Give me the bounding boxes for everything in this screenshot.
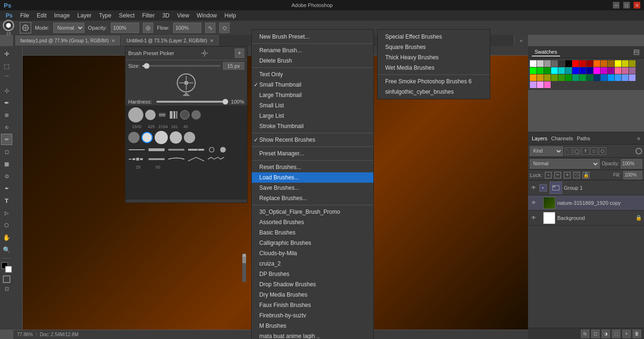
panel-settings-icon[interactable] [633, 48, 640, 56]
lock-transparent-btn[interactable]: ▪ [545, 172, 552, 178]
flow-input[interactable] [173, 23, 201, 33]
menu-layer[interactable]: Layer [74, 11, 95, 20]
tool-pen[interactable]: ✒ [1, 183, 12, 194]
ctx-drop-shadow-brushes[interactable]: Drop Shadow Brushes [252, 279, 373, 290]
swatch-item[interactable] [579, 60, 586, 67]
layer-fx-button[interactable]: fx [581, 330, 589, 338]
swatch-item[interactable] [544, 81, 551, 88]
brush-preset-icon[interactable] [20, 22, 31, 33]
ctx-m-brushes[interactable]: M Brushes [252, 321, 373, 331]
new-brush-icon[interactable]: + [235, 48, 244, 58]
swatches-tab[interactable]: Swatches [532, 48, 560, 56]
menu-edit[interactable]: Edit [33, 11, 50, 20]
menu-help[interactable]: Help [221, 11, 240, 20]
swatch-item[interactable] [565, 74, 572, 81]
hardness-slider[interactable] [157, 101, 226, 103]
brush-stroke-4[interactable] [188, 146, 206, 153]
swatch-item[interactable] [615, 67, 621, 74]
layer-eye-group1[interactable]: 👁 [530, 184, 537, 192]
hardness-slider-thumb[interactable] [223, 99, 228, 105]
swatch-item[interactable] [622, 74, 628, 81]
layer-delete-button[interactable]: 🗑 [633, 330, 641, 338]
pressure-icon[interactable]: ◇ [219, 23, 230, 33]
menu-select[interactable]: Select [115, 11, 138, 20]
tool-move[interactable]: ✛ [1, 48, 12, 59]
tool-type[interactable]: T [1, 195, 12, 206]
ctx-large-list[interactable]: Large List [252, 111, 373, 121]
menu-view[interactable]: View [173, 11, 193, 20]
swatch-item[interactable] [586, 67, 593, 74]
filter-pixel-icon[interactable]: ⬛ [565, 147, 572, 155]
menu-image[interactable]: Image [50, 11, 74, 20]
maximize-button[interactable]: □ [623, 2, 630, 8]
swatch-item[interactable] [608, 67, 614, 74]
ctx-firebrush[interactable]: Firebrush-by-suztv [252, 310, 373, 321]
brush-preview[interactable] [3, 20, 14, 31]
tab-untitled[interactable]: Untitled-1 @ 73.1% (Layer 2, RGB/8#) ✕ [121, 35, 219, 46]
swatch-item[interactable] [579, 74, 586, 81]
ctx-thick-heavy-brushes[interactable]: Thick Heavy Brushes [378, 52, 490, 63]
screen-mode[interactable]: ⊡ [3, 285, 10, 292]
channels-tab[interactable]: Channels [551, 136, 573, 141]
ctx-rename-brush[interactable]: Rename Brush... [252, 45, 373, 56]
fg-bg-colors[interactable] [1, 262, 12, 273]
layer-eye-nature-copy[interactable]: 👁 [530, 199, 537, 207]
ctx-optical-flare[interactable]: 30_Optical_Flare_Brush_Promo [252, 207, 373, 217]
ctx-small-thumbnail[interactable]: Small Thumbnail [252, 80, 373, 90]
filter-smart-icon[interactable]: ⬡ [599, 147, 606, 155]
ctx-show-recent-brushes[interactable]: Show Recent Brushes [252, 135, 373, 145]
ctx-dry-media-brushes[interactable]: Dry Media Brushes [252, 290, 373, 300]
brush-item[interactable] [145, 110, 156, 120]
titlebar-controls[interactable]: ─ □ ✕ [613, 2, 640, 8]
ctx-special-effect-brushes[interactable]: Special Effect Brushes [378, 32, 490, 42]
tool-eyedropper[interactable]: ✒ [1, 97, 12, 108]
ctx-small-list[interactable]: Small List [252, 100, 373, 111]
swatch-item[interactable] [601, 67, 607, 74]
swatch-item[interactable] [615, 60, 621, 67]
ctx-faux-finish-brushes[interactable]: Faux Finish Brushes [252, 300, 373, 310]
swatch-item[interactable] [537, 74, 544, 81]
swatch-item[interactable] [572, 60, 579, 67]
swatch-item[interactable] [558, 67, 565, 74]
menu-3d[interactable]: 3D [158, 11, 173, 20]
ctx-reset-brushes[interactable]: Reset Brushes... [252, 162, 373, 172]
swatch-item[interactable] [586, 60, 593, 67]
layer-item-group1[interactable]: 👁 Group 1 [528, 180, 644, 195]
swatch-item[interactable] [537, 60, 544, 67]
brush-stroke-5[interactable] [207, 146, 217, 153]
brush-item-special[interactable] [157, 110, 167, 120]
blend-mode-select[interactable]: Normal [530, 159, 600, 169]
menu-ps[interactable]: Ps [2, 11, 17, 20]
brush-item[interactable] [128, 132, 140, 143]
ctx-cruiza2[interactable]: cruiza_2 [252, 258, 373, 269]
menu-window[interactable]: Window [193, 11, 221, 20]
swatch-item[interactable] [544, 67, 551, 74]
brush-stroke-2[interactable] [148, 146, 166, 153]
swatch-item[interactable] [586, 74, 593, 81]
brush-item-soft[interactable] [180, 110, 190, 120]
kind-filter-select[interactable]: Kind [530, 146, 563, 156]
fill-value-input[interactable] [623, 171, 642, 179]
tool-lasso[interactable]: ⌒ [1, 73, 12, 84]
ctx-text-only[interactable]: Text Only [252, 69, 373, 80]
brush-settings-icon[interactable] [201, 49, 208, 57]
layer-adjustment-button[interactable]: ◑ [602, 330, 610, 338]
ctx-stroke-thumbnail[interactable]: Stroke Thumbnail [252, 121, 373, 131]
size-slider-thumb[interactable] [144, 63, 149, 69]
filter-type-icon[interactable]: T [582, 147, 589, 155]
paths-tab[interactable]: Paths [577, 136, 590, 141]
opacity-input[interactable] [111, 23, 139, 33]
swatch-item[interactable] [629, 74, 636, 81]
tool-patch[interactable]: ⊞ [1, 109, 12, 121]
brush-item[interactable] [170, 131, 182, 144]
swatch-item[interactable] [594, 74, 600, 81]
swatch-item[interactable] [615, 74, 621, 81]
group-expand-icon[interactable] [539, 184, 547, 192]
menu-file[interactable]: File [17, 11, 33, 20]
menu-type[interactable]: Type [95, 11, 115, 20]
brush-item[interactable] [128, 107, 143, 122]
brush-stroke-6[interactable] [219, 146, 228, 153]
quick-mask[interactable] [3, 275, 10, 283]
tool-brush[interactable]: ✏ [1, 134, 12, 145]
ctx-basic-brushes[interactable]: Basic Brushes [252, 227, 373, 238]
